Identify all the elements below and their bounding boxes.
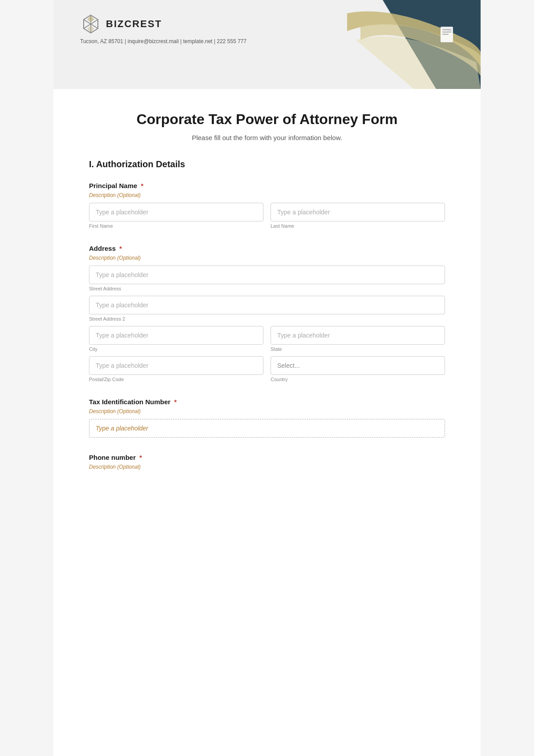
tax-id-description: Description (Optional) — [89, 408, 445, 414]
city-sublabel: City — [89, 346, 263, 352]
form-title: Corporate Tax Power of Attorney Form — [89, 111, 445, 128]
form-content: Corporate Tax Power of Attorney Form Ple… — [53, 89, 481, 513]
state-sublabel: State — [271, 346, 445, 352]
required-marker: * — [141, 182, 144, 189]
form-subtitle: Please fill out the form with your infor… — [89, 134, 445, 141]
required-marker: * — [119, 245, 122, 252]
phone-field-group: Phone number * Description (Optional) — [89, 454, 445, 470]
tax-id-field-group: Tax Identification Number * Description … — [89, 398, 445, 438]
header: BIZCREST Tucson, AZ 85701 | inquire@bizc… — [53, 0, 481, 89]
zip-input[interactable] — [89, 356, 263, 375]
principal-name-field-group: Principal Name * Description (Optional) … — [89, 182, 445, 229]
address-label: Address * — [89, 245, 445, 252]
principal-name-description: Description (Optional) — [89, 192, 445, 198]
city-state-row: City State — [89, 326, 445, 352]
svg-rect-8 — [442, 32, 451, 32]
street1-col: Street Address — [89, 265, 445, 291]
country-sublabel: Country — [271, 377, 445, 382]
zip-country-row: Postal/Zip Code Select... United States … — [89, 356, 445, 382]
logo-icon — [80, 13, 101, 35]
required-marker: * — [139, 454, 142, 461]
svg-rect-7 — [442, 29, 451, 30]
principal-name-label: Principal Name * — [89, 182, 445, 189]
street-address-input[interactable] — [89, 265, 445, 284]
tax-id-label: Tax Identification Number * — [89, 398, 445, 406]
state-input[interactable] — [271, 326, 445, 345]
zip-col: Postal/Zip Code — [89, 356, 263, 382]
section-authorization-title: I. Authorization Details — [89, 159, 445, 169]
tax-id-input[interactable] — [89, 419, 445, 438]
address-field-group: Address * Description (Optional) Street … — [89, 245, 445, 382]
street2-sublabel: Street Address 2 — [89, 316, 445, 322]
first-name-col: First Name — [89, 203, 263, 229]
contact-info: Tucson, AZ 85701 | inquire@bizcrest.mail… — [80, 38, 247, 44]
address-description: Description (Optional) — [89, 255, 445, 261]
phone-description: Description (Optional) — [89, 464, 445, 470]
phone-label: Phone number * — [89, 454, 445, 461]
zip-sublabel: Postal/Zip Code — [89, 377, 263, 382]
country-col: Select... United States Canada United Ki… — [271, 356, 445, 382]
header-left: BIZCREST Tucson, AZ 85701 | inquire@bizc… — [80, 13, 247, 44]
first-name-input[interactable] — [89, 203, 263, 221]
last-name-sublabel: Last Name — [271, 223, 445, 229]
page: BIZCREST Tucson, AZ 85701 | inquire@bizc… — [53, 0, 481, 756]
logo-area: BIZCREST — [80, 13, 247, 35]
last-name-input[interactable] — [271, 203, 445, 221]
country-select[interactable]: Select... United States Canada United Ki… — [271, 356, 445, 375]
street-address2-input[interactable] — [89, 296, 445, 314]
street1-sublabel: Street Address — [89, 286, 445, 291]
brand-name: BIZCREST — [106, 18, 162, 30]
required-marker: * — [174, 398, 177, 406]
city-col: City — [89, 326, 263, 352]
street2-col: Street Address 2 — [89, 296, 445, 322]
state-col: State — [271, 326, 445, 352]
principal-name-row: First Name Last Name — [89, 203, 445, 229]
last-name-col: Last Name — [271, 203, 445, 229]
svg-rect-9 — [442, 34, 449, 35]
header-decoration — [303, 0, 481, 89]
city-input[interactable] — [89, 326, 263, 345]
address-stack: Street Address Street Address 2 City Sta… — [89, 265, 445, 382]
first-name-sublabel: First Name — [89, 223, 263, 229]
